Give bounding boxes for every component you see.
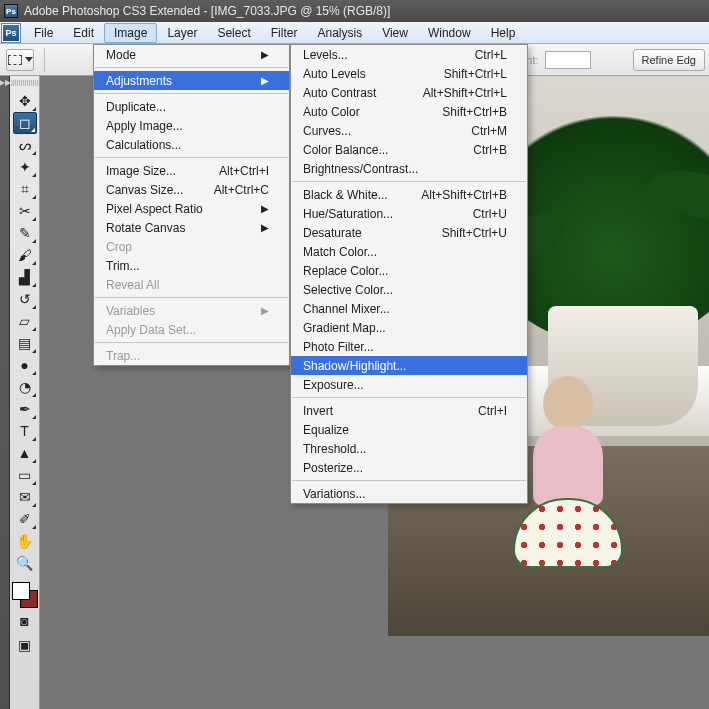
- brush-tool[interactable]: 🖌: [13, 244, 37, 266]
- menu-item-label: Apply Data Set...: [106, 323, 269, 337]
- chevron-right-icon: ▶▶: [0, 78, 11, 709]
- titlebar: Ps Adobe Photoshop CS3 Extended - [IMG_7…: [0, 0, 709, 22]
- move-tool[interactable]: ✥: [13, 90, 37, 112]
- image-menu-pixel-aspect-ratio[interactable]: Pixel Aspect Ratio▶: [94, 199, 289, 218]
- adjust-menu-equalize[interactable]: Equalize: [291, 420, 527, 439]
- eraser-tool[interactable]: ▱: [13, 310, 37, 332]
- menu-window[interactable]: Window: [418, 23, 481, 43]
- menu-item-shortcut: Ctrl+M: [471, 124, 507, 138]
- gradient-tool[interactable]: ▤: [13, 332, 37, 354]
- toolbox-grip[interactable]: [11, 80, 39, 86]
- image-menu-mode[interactable]: Mode▶: [94, 45, 289, 64]
- clone-stamp-tool[interactable]: ▟: [13, 266, 37, 288]
- adjust-menu-levels[interactable]: Levels...Ctrl+L: [291, 45, 527, 64]
- menu-item-label: Curves...: [303, 124, 447, 138]
- menu-item-label: Invert: [303, 404, 454, 418]
- menu-select[interactable]: Select: [207, 23, 260, 43]
- path-select-tool[interactable]: ▲: [13, 442, 37, 464]
- marquee-tool[interactable]: ◻: [13, 112, 37, 134]
- adjust-menu-threshold[interactable]: Threshold...: [291, 439, 527, 458]
- image-menu-trim[interactable]: Trim...: [94, 256, 289, 275]
- menu-edit[interactable]: Edit: [63, 23, 104, 43]
- adjust-menu-exposure[interactable]: Exposure...: [291, 375, 527, 394]
- menu-analysis[interactable]: Analysis: [307, 23, 372, 43]
- type-tool[interactable]: T: [13, 420, 37, 442]
- dodge-tool[interactable]: ◔: [13, 376, 37, 398]
- adjust-menu-variations[interactable]: Variations...: [291, 484, 527, 503]
- image-menu-adjustments[interactable]: Adjustments▶: [94, 71, 289, 90]
- adjust-menu-desaturate[interactable]: DesaturateShift+Ctrl+U: [291, 223, 527, 242]
- menu-help[interactable]: Help: [481, 23, 526, 43]
- menu-item-shortcut: Alt+Shift+Ctrl+L: [423, 86, 507, 100]
- notes-tool[interactable]: ✉: [13, 486, 37, 508]
- image-menu-image-size[interactable]: Image Size...Alt+Ctrl+I: [94, 161, 289, 180]
- lasso-tool[interactable]: ᔕ: [13, 134, 37, 156]
- image-menu-rotate-canvas[interactable]: Rotate Canvas▶: [94, 218, 289, 237]
- image-menu-duplicate[interactable]: Duplicate...: [94, 97, 289, 116]
- adjust-menu-shadow-highlight[interactable]: Shadow/Highlight...: [291, 356, 527, 375]
- menu-item-label: Auto Contrast: [303, 86, 399, 100]
- color-swatches[interactable]: [12, 582, 38, 608]
- menu-item-label: Match Color...: [303, 245, 507, 259]
- crop-tool[interactable]: ⌗: [13, 178, 37, 200]
- menu-item-shortcut: Alt+Ctrl+C: [214, 183, 269, 197]
- menu-item-label: Adjustments: [106, 74, 261, 88]
- menu-item-label: Photo Filter...: [303, 340, 507, 354]
- zoom-tool[interactable]: 🔍: [13, 552, 37, 574]
- document-icon[interactable]: Ps: [2, 24, 20, 42]
- blur-tool[interactable]: ●: [13, 354, 37, 376]
- eyedropper-tool[interactable]: ✐: [13, 508, 37, 530]
- image-menu-dropdown: Mode▶Adjustments▶Duplicate...Apply Image…: [93, 44, 290, 366]
- adjust-menu-match-color[interactable]: Match Color...: [291, 242, 527, 261]
- menu-item-label: Black & White...: [303, 188, 397, 202]
- adjust-menu-channel-mixer[interactable]: Channel Mixer...: [291, 299, 527, 318]
- adjust-menu-gradient-map[interactable]: Gradient Map...: [291, 318, 527, 337]
- image-menu-apply-image[interactable]: Apply Image...: [94, 116, 289, 135]
- menu-item-label: Variations...: [303, 487, 507, 501]
- menu-image[interactable]: Image: [104, 23, 157, 43]
- screen-mode-button[interactable]: ▣: [13, 634, 37, 656]
- adjust-menu-hue-saturation[interactable]: Hue/Saturation...Ctrl+U: [291, 204, 527, 223]
- adjust-menu-curves[interactable]: Curves...Ctrl+M: [291, 121, 527, 140]
- adjust-menu-auto-color[interactable]: Auto ColorShift+Ctrl+B: [291, 102, 527, 121]
- adjust-menu-photo-filter[interactable]: Photo Filter...: [291, 337, 527, 356]
- slice-tool[interactable]: ✂: [13, 200, 37, 222]
- adjust-menu-color-balance[interactable]: Color Balance...Ctrl+B: [291, 140, 527, 159]
- marquee-preset-button[interactable]: [6, 49, 34, 71]
- history-brush-tool[interactable]: ↺: [13, 288, 37, 310]
- menu-item-label: Duplicate...: [106, 100, 269, 114]
- image-menu-variables: Variables▶: [94, 301, 289, 320]
- menu-item-label: Auto Levels: [303, 67, 420, 81]
- menu-item-shortcut: Shift+Ctrl+B: [442, 105, 507, 119]
- height-input[interactable]: [545, 51, 591, 69]
- menu-file[interactable]: File: [24, 23, 63, 43]
- pen-tool[interactable]: ✒: [13, 398, 37, 420]
- adjust-menu-replace-color[interactable]: Replace Color...: [291, 261, 527, 280]
- menu-item-label: Mode: [106, 48, 261, 62]
- menu-view[interactable]: View: [372, 23, 418, 43]
- collapsed-palette[interactable]: ▶▶: [0, 76, 10, 709]
- shape-tool[interactable]: ▭: [13, 464, 37, 486]
- adjust-menu-posterize[interactable]: Posterize...: [291, 458, 527, 477]
- image-menu-calculations[interactable]: Calculations...: [94, 135, 289, 154]
- menu-layer[interactable]: Layer: [157, 23, 207, 43]
- adjust-menu-brightness-contrast[interactable]: Brightness/Contrast...: [291, 159, 527, 178]
- magic-wand-tool[interactable]: ✦: [13, 156, 37, 178]
- window-title: Adobe Photoshop CS3 Extended - [IMG_7033…: [24, 4, 390, 18]
- foreground-color-swatch[interactable]: [12, 582, 30, 600]
- submenu-arrow-icon: ▶: [261, 305, 269, 316]
- menu-filter[interactable]: Filter: [261, 23, 308, 43]
- menubar: Ps FileEditImageLayerSelectFilterAnalysi…: [0, 22, 709, 44]
- adjust-menu-auto-levels[interactable]: Auto LevelsShift+Ctrl+L: [291, 64, 527, 83]
- adjust-menu-selective-color[interactable]: Selective Color...: [291, 280, 527, 299]
- healing-brush-tool[interactable]: ✎: [13, 222, 37, 244]
- menu-item-label: Variables: [106, 304, 261, 318]
- image-menu-canvas-size[interactable]: Canvas Size...Alt+Ctrl+C: [94, 180, 289, 199]
- menu-item-label: Calculations...: [106, 138, 269, 152]
- adjust-menu-auto-contrast[interactable]: Auto ContrastAlt+Shift+Ctrl+L: [291, 83, 527, 102]
- adjust-menu-invert[interactable]: InvertCtrl+I: [291, 401, 527, 420]
- hand-tool[interactable]: ✋: [13, 530, 37, 552]
- quick-mask-toggle[interactable]: ◙: [13, 610, 37, 632]
- refine-edge-button[interactable]: Refine Edg: [633, 49, 705, 71]
- adjust-menu-black-white[interactable]: Black & White...Alt+Shift+Ctrl+B: [291, 185, 527, 204]
